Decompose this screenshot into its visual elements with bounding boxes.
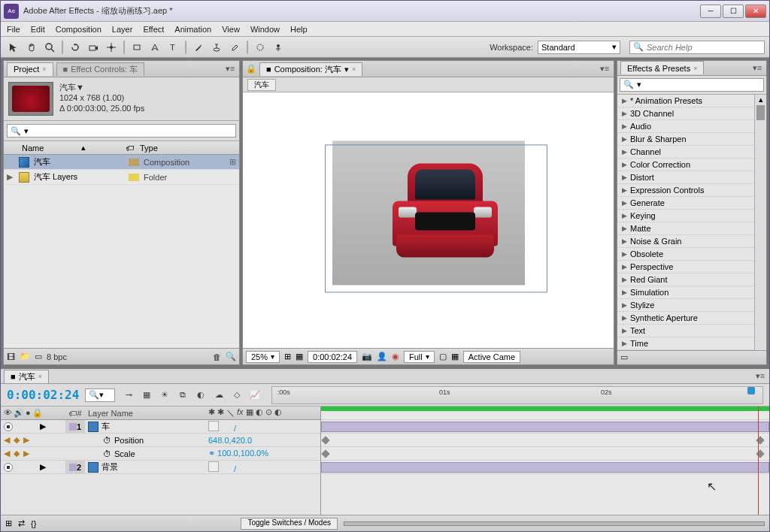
- rectangle-tool[interactable]: [129, 39, 145, 56]
- roi-icon[interactable]: ▢: [439, 352, 447, 361]
- auto-keyframe-icon[interactable]: ◇: [229, 388, 244, 403]
- zoom-tool[interactable]: [41, 39, 58, 56]
- property-value[interactable]: 100.0,100.0%: [217, 449, 268, 458]
- effects-category[interactable]: ▶* Animation Presets: [617, 95, 766, 107]
- mask-icon[interactable]: ▦: [296, 352, 303, 361]
- twirl-icon[interactable]: ▶: [622, 148, 627, 156]
- pen-tool[interactable]: [147, 39, 163, 56]
- property-row[interactable]: ◀◆▶ ⏱ Scale ⚭ 100.0,100.0%: [1, 447, 320, 461]
- layer-bar[interactable]: [321, 420, 769, 434]
- switch-icon[interactable]: [208, 421, 219, 431]
- effects-category[interactable]: ▶Audio: [617, 120, 766, 133]
- brush-tool[interactable]: [190, 39, 207, 56]
- rotation-tool[interactable]: [67, 39, 83, 56]
- effects-category[interactable]: ▶Red Giant: [617, 274, 766, 286]
- time-display[interactable]: 0:00:02:24: [308, 351, 357, 363]
- twirl-icon[interactable]: ▶: [622, 276, 627, 283]
- project-tab[interactable]: Project×: [7, 62, 53, 76]
- layer-row[interactable]: ▶ 1 车 /: [1, 420, 320, 434]
- puppet-tool[interactable]: [270, 39, 286, 56]
- camera-tool[interactable]: [85, 39, 102, 56]
- draft-3d-icon[interactable]: ▦: [139, 388, 154, 403]
- eye-toggle[interactable]: [4, 422, 13, 431]
- twirl-icon[interactable]: ▶: [622, 174, 627, 181]
- menu-window[interactable]: Window: [250, 25, 280, 34]
- next-keyframe-icon[interactable]: ▶: [23, 449, 31, 458]
- twirl-icon[interactable]: ▶: [622, 161, 627, 168]
- property-row[interactable]: ◀◆▶ ⏱ Position 648.0,420.0: [1, 434, 320, 447]
- switch-icon[interactable]: [208, 461, 219, 472]
- effects-category[interactable]: ▶Color Correction: [617, 159, 766, 171]
- menu-animation[interactable]: Animation: [174, 25, 211, 34]
- effects-category[interactable]: ▶Simulation: [617, 286, 766, 299]
- twirl-icon[interactable]: ▶: [622, 212, 627, 219]
- scroll-thumb[interactable]: [756, 105, 765, 120]
- twirl-icon[interactable]: ▶: [622, 340, 627, 347]
- close-icon[interactable]: ×: [42, 65, 46, 73]
- keyframe-diamond-icon[interactable]: ◆: [14, 435, 21, 445]
- search-help-box[interactable]: 🔍: [629, 41, 765, 54]
- panel-menu-icon[interactable]: ▾≡: [751, 63, 763, 73]
- keyframe-icon[interactable]: [321, 436, 329, 444]
- menu-help[interactable]: Help: [290, 25, 308, 34]
- stopwatch-icon[interactable]: ⏱: [103, 449, 111, 458]
- lock-icon[interactable]: 🔒: [246, 64, 256, 74]
- menu-edit[interactable]: Edit: [31, 25, 45, 34]
- close-icon[interactable]: ×: [38, 373, 42, 380]
- clone-stamp-tool[interactable]: [208, 39, 225, 56]
- effects-category[interactable]: ▶Distort: [617, 171, 766, 184]
- toggle-button[interactable]: ⇄: [18, 518, 25, 528]
- twirl-icon[interactable]: ▶: [622, 237, 627, 245]
- safe-zones-icon[interactable]: ⊞: [284, 352, 291, 361]
- folder-button[interactable]: 📁: [20, 352, 30, 361]
- prev-keyframe-icon[interactable]: ◀: [4, 435, 11, 445]
- menu-effect[interactable]: Effect: [143, 25, 164, 34]
- effects-category[interactable]: ▶Keying: [617, 210, 766, 222]
- effects-category[interactable]: ▶Expression Controls: [617, 184, 766, 197]
- twirl-icon[interactable]: ▶: [622, 301, 627, 309]
- effects-category[interactable]: ▶Perspective: [617, 261, 766, 274]
- effects-category[interactable]: ▶3D Channel: [617, 107, 766, 120]
- maximize-button[interactable]: ☐: [723, 5, 744, 18]
- apply-button[interactable]: ▭: [620, 352, 628, 362]
- brackets-button[interactable]: {}: [31, 519, 36, 528]
- twirl-icon[interactable]: ▶: [622, 327, 627, 334]
- toggle-switches-button[interactable]: Toggle Switches / Modes: [241, 518, 338, 530]
- effect-controls-tab[interactable]: ■Effect Controls: 车: [56, 62, 145, 76]
- close-button[interactable]: ✕: [745, 5, 766, 18]
- effects-category[interactable]: ▶Text: [617, 325, 766, 337]
- twirl-icon[interactable]: ▶: [622, 289, 627, 296]
- effects-category[interactable]: ▶Obsolete: [617, 248, 766, 261]
- project-item[interactable]: ▶ 汽车 Layers Folder: [4, 170, 239, 185]
- timeline-tab[interactable]: ■汽车×: [4, 370, 49, 383]
- twirl-icon[interactable]: ▶: [622, 250, 627, 258]
- twirl-icon[interactable]: ▶: [622, 263, 627, 271]
- effects-category[interactable]: ▶Channel: [617, 146, 766, 159]
- close-icon[interactable]: ×: [693, 65, 697, 72]
- effects-category[interactable]: ▶Generate: [617, 197, 766, 210]
- col-name[interactable]: Name: [22, 144, 44, 153]
- timeline-tracks[interactable]: ↖: [321, 407, 769, 515]
- effects-category[interactable]: ▶Blur & Sharpen: [617, 133, 766, 146]
- link-icon[interactable]: ⚭: [208, 449, 215, 458]
- twirl-icon[interactable]: ▶: [622, 225, 627, 232]
- scrollbar[interactable]: ▴: [754, 95, 766, 350]
- layer-bar[interactable]: [321, 461, 769, 474]
- mini-flowchart-chip[interactable]: 汽车: [247, 79, 276, 91]
- effects-category[interactable]: ▶Synthetic Aperture: [617, 312, 766, 325]
- twirl-icon[interactable]: ▶: [622, 314, 627, 322]
- twirl-icon[interactable]: ▶: [622, 122, 627, 130]
- scroll-up-icon[interactable]: ▴: [755, 95, 766, 105]
- effects-category[interactable]: ▶Matte: [617, 222, 766, 235]
- twirl-icon[interactable]: ▶: [40, 422, 46, 431]
- next-keyframe-icon[interactable]: ▶: [23, 435, 31, 445]
- hand-tool[interactable]: [23, 39, 40, 56]
- cti-head-icon[interactable]: [747, 387, 755, 394]
- menu-view[interactable]: View: [222, 25, 240, 34]
- twirl-icon[interactable]: ▶: [622, 135, 627, 143]
- minimize-button[interactable]: ─: [700, 5, 721, 18]
- graph-editor-icon[interactable]: 📈: [247, 388, 262, 403]
- keyframe-track[interactable]: [321, 447, 769, 461]
- motion-blur-icon[interactable]: ◐: [193, 388, 208, 403]
- flowchart-icon[interactable]: ⊞: [229, 157, 236, 167]
